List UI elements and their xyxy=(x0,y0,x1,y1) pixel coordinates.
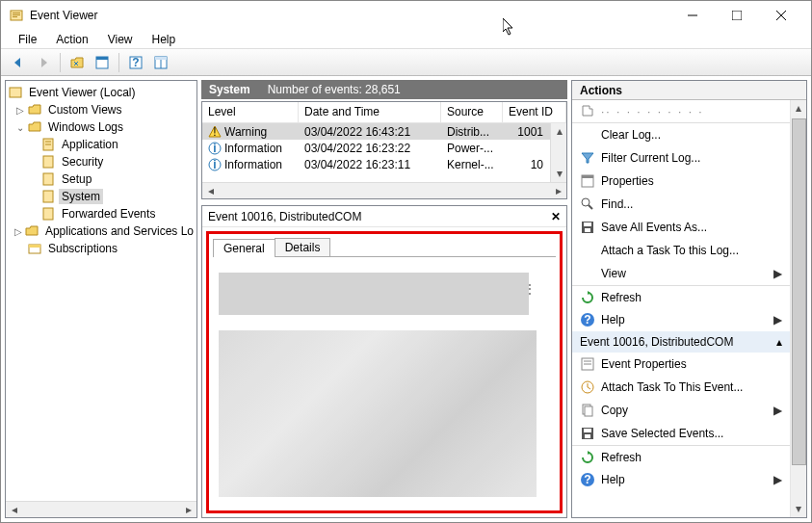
scroll-thumb[interactable] xyxy=(792,118,806,465)
blank-icon xyxy=(580,127,595,143)
toolbar: ? xyxy=(1,49,811,76)
tree-setup[interactable]: Setup xyxy=(6,170,196,188)
expand-icon[interactable]: ▷ xyxy=(13,226,24,237)
back-button[interactable] xyxy=(7,52,30,73)
grid-row[interactable]: !Warning 03/04/2022 16:43:21 Distrib... … xyxy=(202,123,566,140)
tree-label: Custom Views xyxy=(45,102,124,118)
action-refresh-2[interactable]: Refresh xyxy=(572,445,790,468)
tree-forwarded[interactable]: Forwarded Events xyxy=(6,205,196,222)
actions-header: Actions xyxy=(572,81,806,100)
action-attach-task[interactable]: Attach a Task To this Log... xyxy=(572,239,790,262)
action-find[interactable]: Find... xyxy=(572,193,790,216)
tree-custom-views[interactable]: ▷ Custom Views xyxy=(6,101,196,118)
action-label: Save All Events As... xyxy=(601,221,707,234)
svg-rect-46 xyxy=(585,406,592,416)
menu-view[interactable]: View xyxy=(98,31,143,48)
tree-security[interactable]: Security xyxy=(6,153,196,170)
action-copy[interactable]: Copy ▶ xyxy=(572,399,790,422)
action-filter[interactable]: Filter Current Log... xyxy=(572,146,790,170)
panes-icon[interactable] xyxy=(149,52,172,73)
cell-level: Warning xyxy=(224,125,267,139)
tree-windows-logs[interactable]: ⌄ Windows Logs xyxy=(6,118,196,136)
minimize-button[interactable] xyxy=(670,1,715,30)
help-toolbar-icon[interactable]: ? xyxy=(124,52,147,73)
save-icon xyxy=(580,220,595,235)
action-help[interactable]: ? Help ▶ xyxy=(572,308,790,331)
folder-icon[interactable] xyxy=(65,52,89,73)
svg-rect-2 xyxy=(13,14,20,15)
tree-application[interactable]: Application xyxy=(6,136,196,153)
svg-rect-24 xyxy=(29,245,40,248)
tab-general[interactable]: General xyxy=(213,239,275,257)
tab-details[interactable]: Details xyxy=(275,238,331,256)
help-icon: ? xyxy=(580,312,595,327)
grid-row[interactable]: iInformation 03/04/2022 16:23:11 Kernel-… xyxy=(202,156,566,172)
col-eventid[interactable]: Event ID xyxy=(503,102,566,122)
event-count: Number of events: 28,651 xyxy=(268,83,401,96)
task-icon xyxy=(580,379,595,395)
svg-rect-49 xyxy=(585,434,590,438)
log-icon xyxy=(40,206,56,222)
actions-vscrollbar[interactable]: ▴ ▾ xyxy=(790,100,806,517)
log-icon xyxy=(40,189,56,204)
collapse-icon[interactable]: ▴ xyxy=(776,335,782,349)
col-level[interactable]: Level xyxy=(202,102,299,122)
detail-close-icon[interactable]: ✕ xyxy=(551,210,561,223)
forward-button[interactable] xyxy=(32,52,55,73)
svg-text:?: ? xyxy=(584,313,590,327)
tree-subscriptions[interactable]: Subscriptions xyxy=(6,240,196,257)
collapse-icon[interactable]: ⌄ xyxy=(13,122,27,133)
close-button[interactable] xyxy=(759,1,803,30)
menu-help[interactable]: Help xyxy=(143,31,186,48)
grid-row[interactable]: iInformation 03/04/2022 16:23:22 Power-.… xyxy=(202,140,566,156)
folder-icon xyxy=(27,119,42,135)
toolbar-separator xyxy=(118,53,119,72)
action-label: Attach a Task To this Log... xyxy=(601,244,739,257)
tree-pane: Event Viewer (Local) ▷ Custom Views ⌄ Wi… xyxy=(5,80,197,518)
menu-action[interactable]: Action xyxy=(46,31,97,48)
tree-label: Application xyxy=(59,137,121,152)
expand-icon[interactable]: ▷ xyxy=(13,105,27,116)
menu-file[interactable]: File xyxy=(9,31,46,48)
action-attach-event-task[interactable]: Attach Task To This Event... xyxy=(572,376,790,399)
maximize-button[interactable] xyxy=(715,1,759,30)
action-label: Find... xyxy=(601,197,633,211)
tree-system[interactable]: System xyxy=(6,188,196,205)
tree-root[interactable]: Event Viewer (Local) xyxy=(6,84,196,101)
detail-title: Event 10016, DistributedCOM xyxy=(208,210,361,223)
svg-rect-14 xyxy=(155,57,167,60)
detail-content: ⋮ xyxy=(213,257,556,507)
tree-label: Subscriptions xyxy=(45,241,120,256)
action-help-2[interactable]: ? Help ▶ xyxy=(572,468,790,491)
action-clear-log[interactable]: Clear Log... xyxy=(572,123,790,146)
tree-applications-services[interactable]: ▷ Applications and Services Lo xyxy=(6,222,196,240)
svg-rect-21 xyxy=(43,191,53,202)
log-icon xyxy=(40,154,56,170)
action-save-all[interactable]: Save All Events As... xyxy=(572,216,790,239)
center-title: System xyxy=(209,83,250,96)
section-label: Event 10016, DistributedCOM xyxy=(580,335,733,349)
svg-text:!: ! xyxy=(213,125,216,139)
properties-icon[interactable] xyxy=(91,52,114,73)
log-icon xyxy=(40,137,56,152)
grid-vscrollbar[interactable]: ▴▾ xyxy=(550,123,566,182)
grid-hscrollbar[interactable]: ◂▸ xyxy=(202,182,566,198)
titlebar: Event Viewer xyxy=(1,1,811,30)
cell-source: Kernel-... xyxy=(441,158,503,171)
action-refresh[interactable]: Refresh xyxy=(572,285,790,308)
overflow-icon[interactable]: ⋮ xyxy=(524,282,537,296)
action-event-properties[interactable]: Event Properties xyxy=(572,353,790,376)
actions-pane: Actions ·· · · · · · · · · · Clear Log..… xyxy=(571,80,807,518)
action-label: Attach Task To This Event... xyxy=(601,380,743,394)
action-view[interactable]: View ▶ xyxy=(572,262,790,285)
action-properties[interactable]: Properties xyxy=(572,170,790,193)
action-save-selected[interactable]: Save Selected Events... xyxy=(572,422,790,445)
svg-rect-20 xyxy=(43,173,53,185)
svg-rect-5 xyxy=(732,11,742,20)
action-item-truncated[interactable]: ·· · · · · · · · · · xyxy=(572,100,790,123)
action-label: Copy xyxy=(601,404,628,417)
col-source[interactable]: Source xyxy=(441,102,503,122)
tree-hscrollbar[interactable]: ◂▸ xyxy=(6,501,196,517)
svg-rect-35 xyxy=(584,222,591,226)
col-datetime[interactable]: Date and Time xyxy=(299,102,441,122)
